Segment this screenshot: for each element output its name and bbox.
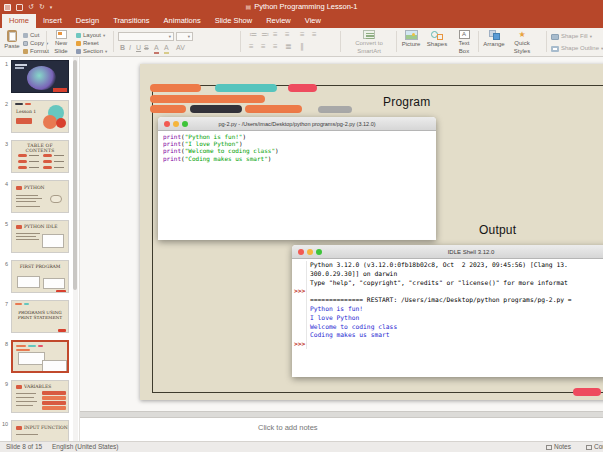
tab-view[interactable]: View	[298, 14, 328, 28]
decoration	[53, 88, 67, 92]
close-button[interactable]	[298, 249, 304, 255]
maximize-button[interactable]	[182, 121, 188, 127]
quick-styles-button[interactable]: ★ Quick Styles	[510, 30, 534, 54]
new-slide-button[interactable]: New Slide	[49, 30, 73, 54]
decoration: )	[242, 133, 246, 140]
sidebar-scrollbar-thumb[interactable]	[73, 60, 77, 290]
tab-home[interactable]: Home	[2, 14, 36, 28]
align-center-button[interactable]: ≡	[261, 43, 266, 51]
cut-button[interactable]: Cut	[23, 32, 39, 39]
text-direction-button[interactable]: ≡	[300, 31, 305, 39]
comments-toggle[interactable]: Comments	[586, 442, 603, 452]
code-line: print("Coding makes us smart")	[163, 155, 436, 162]
slide-thumbnail-8[interactable]	[11, 340, 69, 373]
notes-toggle[interactable]: Notes	[546, 442, 571, 452]
decoration	[50, 195, 62, 203]
slide-thumbnail-4[interactable]: PYTHON	[11, 180, 69, 213]
decoration	[42, 234, 64, 248]
shell-window-title: IDLE Shell 3.12.0	[448, 249, 495, 255]
align-left-button[interactable]: ≡	[249, 43, 254, 51]
notes-placeholder[interactable]: Click to add notes	[258, 423, 318, 432]
highlight-color-button[interactable]: A	[164, 44, 169, 54]
font-name-select[interactable]: ▾	[118, 32, 174, 41]
tab-design[interactable]: Design	[69, 14, 106, 28]
minimize-button[interactable]	[173, 121, 179, 127]
shape-outline-button[interactable]: Shape Outline▾	[551, 45, 603, 52]
align-right-button[interactable]: ≡	[273, 43, 278, 51]
indent-button[interactable]: ≡	[273, 31, 278, 39]
minimize-button[interactable]	[307, 249, 313, 255]
paste-label: Paste	[4, 43, 19, 50]
shell-text: Type "help", "copyright", "credits" or "…	[307, 279, 568, 288]
character-spacing-button[interactable]: AV	[176, 44, 185, 52]
slide-thumbnail-7[interactable]: PROGRAMS USING PRINT STATEMENT	[11, 300, 69, 333]
close-button[interactable]	[164, 121, 170, 127]
font-size-select[interactable]: ▾	[176, 32, 193, 41]
arrange-button[interactable]: Arrange	[481, 30, 507, 48]
current-slide[interactable]: Program pg-2.py - /Users/imac/Desktop/py…	[140, 64, 603, 400]
shell-text: Coding makes us smart	[307, 331, 390, 340]
language-status[interactable]: English (United States)	[52, 442, 118, 452]
slide-thumbnail-3[interactable]: TABLE OF CONTENTS	[11, 140, 69, 173]
notes-pane[interactable]: Click to add notes	[80, 418, 603, 441]
strikethrough-button[interactable]: S	[144, 44, 149, 52]
shape-fill-button[interactable]: Shape Fill▾	[551, 33, 592, 40]
decoration: )	[239, 140, 243, 147]
tab-transitions[interactable]: Transitions	[106, 14, 156, 28]
layout-label: Layout	[83, 32, 101, 39]
tab-insert[interactable]: Insert	[36, 14, 69, 28]
justify-button[interactable]: ≣	[285, 43, 292, 51]
tab-animations[interactable]: Animations	[157, 14, 208, 28]
slide-number: 1	[0, 60, 11, 93]
sidebar-scrollbar[interactable]	[73, 57, 78, 441]
decoration	[18, 154, 27, 157]
line-spacing-button[interactable]: ≡	[285, 31, 290, 39]
reset-button[interactable]: Reset	[76, 40, 99, 47]
slide-thumbnail-1[interactable]	[11, 60, 69, 93]
decoration	[56, 118, 66, 128]
tab-review[interactable]: Review	[259, 14, 298, 28]
ribbon-tabs: HomeInsertDesignTransitionsAnimationsSli…	[0, 14, 603, 28]
decoration: )	[268, 155, 272, 162]
slide-thumbnail-2[interactable]: Lesson 1	[11, 100, 69, 133]
maximize-button[interactable]	[316, 249, 322, 255]
decoration: print	[163, 133, 181, 140]
decoration	[16, 397, 34, 398]
numbering-button[interactable]: ≕	[261, 31, 269, 39]
text-box-button[interactable]: A Text Box	[452, 30, 476, 54]
columns-button[interactable]: ∥	[300, 43, 304, 51]
decoration	[16, 198, 42, 199]
slide-thumbnail-5[interactable]: PYTHON IDLE	[11, 220, 69, 253]
editor-window[interactable]: pg-2.py - /Users/imac/Desktop/python pro…	[158, 117, 436, 240]
italic-button[interactable]: I	[129, 44, 131, 52]
slide-thumbnail-6[interactable]: FIRST PROGRAM	[11, 260, 69, 293]
copy-button[interactable]: Copy▾	[23, 40, 48, 47]
decoration	[43, 160, 52, 163]
layout-button[interactable]: Layout▾	[76, 32, 105, 39]
shell-window[interactable]: IDLE Shell 3.12.0 Python 3.12.0 (v3.12.0…	[292, 245, 603, 377]
notes-splitter[interactable]	[80, 411, 603, 418]
paste-button[interactable]: Paste	[3, 30, 21, 50]
decoration	[16, 239, 39, 240]
slide-number: 2	[0, 100, 11, 133]
underline-button[interactable]: U	[136, 44, 141, 52]
decoration	[16, 345, 26, 347]
bold-button[interactable]: B	[120, 44, 125, 52]
font-name-caret-icon: ▾	[169, 34, 171, 39]
section-button[interactable]: Section▾	[76, 48, 107, 55]
decoration	[42, 396, 66, 400]
shapes-button[interactable]: Shapes	[424, 30, 450, 48]
font-color-button[interactable]: A	[154, 44, 159, 54]
bullets-button[interactable]: ≔	[249, 31, 257, 39]
decoration-pill-orange	[245, 105, 302, 113]
decoration	[16, 401, 37, 402]
tab-slide-show[interactable]: Slide Show	[208, 14, 260, 28]
picture-button[interactable]: Picture	[399, 30, 423, 48]
slide-thumbnail-10[interactable]: INPUT FUNCTION	[11, 420, 69, 441]
slide-thumbnail-9[interactable]: VARIABLES	[11, 380, 69, 413]
slide-number: 10	[0, 420, 11, 441]
decoration	[29, 167, 39, 168]
convert-to-smartart-button[interactable]: Convert to SmartArt	[344, 30, 394, 54]
decoration	[17, 276, 40, 288]
align-text-button[interactable]: ≡	[312, 31, 317, 39]
